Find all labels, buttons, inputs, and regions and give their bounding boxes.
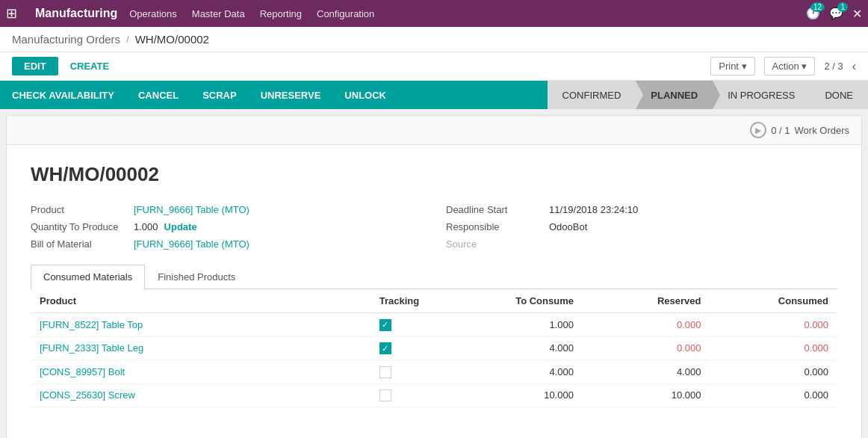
unlock-button[interactable]: UNLOCK <box>332 81 398 109</box>
row-tracking[interactable]: ✓ <box>371 336 456 360</box>
action-right: Print ▾ Action ▾ 2 / 3 ‹ <box>710 57 856 75</box>
bom-value[interactable]: [FURN_9666] Table (MTO) <box>134 238 249 250</box>
product-label: Product <box>31 204 128 215</box>
col-reserved: Reserved <box>583 289 710 313</box>
row-reserved: 0.000 <box>583 313 710 337</box>
row-to-consume: 4.000 <box>455 336 583 360</box>
calendar-notifications[interactable]: 🕐 12 <box>806 7 820 20</box>
print-button[interactable]: Print ▾ <box>710 57 754 75</box>
table-row: [FURN_8522] Table Top✓1.0000.0000.000 <box>31 313 837 337</box>
row-product[interactable]: [FURN_2333] Table Leg <box>31 336 371 360</box>
action-bar: EDIT CREATE Print ▾ Action ▾ 2 / 3 ‹ <box>0 52 868 81</box>
nav-operations[interactable]: Operations <box>129 8 177 19</box>
print-label: Print <box>719 61 739 72</box>
nav-master-data[interactable]: Master Data <box>192 8 245 19</box>
row-to-consume: 10.000 <box>455 383 583 407</box>
nav-configuration[interactable]: Configuration <box>317 8 374 19</box>
deadline-field: Deadline Start 11/19/2018 23:24:10 <box>446 204 837 215</box>
breadcrumb-current: WH/MO/00002 <box>135 33 209 46</box>
play-icon: ▶ <box>750 122 766 138</box>
product-value[interactable]: [FURN_9666] Table (MTO) <box>134 204 249 215</box>
update-button[interactable]: Update <box>164 221 197 232</box>
bom-label: Bill of Material <box>31 238 128 250</box>
breadcrumb: Manufacturing Orders / WH/MO/00002 <box>0 27 868 52</box>
responsible-label: Responsible <box>446 221 543 232</box>
work-orders-label: Work Orders <box>795 125 849 136</box>
close-icon[interactable]: ✕ <box>852 7 862 21</box>
stage-done[interactable]: DONE <box>810 81 868 109</box>
chat-notifications[interactable]: 💬 1 <box>829 7 843 20</box>
breadcrumb-parent[interactable]: Manufacturing Orders <box>12 33 120 46</box>
nav-reporting[interactable]: Reporting <box>260 8 302 19</box>
source-label: Source <box>446 238 543 250</box>
row-to-consume: 4.000 <box>455 360 583 384</box>
responsible-field: Responsible OdooBot <box>446 221 837 232</box>
table-row: [FURN_2333] Table Leg✓4.0000.0000.000 <box>31 336 837 360</box>
calendar-badge: 12 <box>810 2 825 12</box>
col-consumed: Consumed <box>710 289 837 313</box>
action-button[interactable]: Action ▾ <box>764 57 816 75</box>
app-title: Manufacturing <box>35 7 117 20</box>
scrap-button[interactable]: SCRAP <box>190 81 249 109</box>
deadline-value: 11/19/2018 23:24:10 <box>549 204 638 215</box>
col-to-consume: To Consume <box>455 289 583 313</box>
row-to-consume: 1.000 <box>455 313 583 337</box>
row-reserved: 0.000 <box>583 336 710 360</box>
work-orders-count: 0 / 1 <box>771 125 790 136</box>
table-row: [CONS_89957] Bolt4.0004.0000.000 <box>31 360 837 384</box>
row-product[interactable]: [CONS_25630] Screw <box>31 383 371 407</box>
stage-in-progress[interactable]: IN PROGRESS <box>713 81 810 109</box>
form-title: WH/MO/00002 <box>31 163 837 186</box>
status-bar: CHECK AVAILABILITY CANCEL SCRAP UNRESERV… <box>0 81 868 109</box>
row-tracking[interactable] <box>371 383 456 407</box>
tab-consumed-materials[interactable]: Consumed Materials <box>31 265 145 289</box>
breadcrumb-separator: / <box>126 34 129 45</box>
edit-button[interactable]: EDIT <box>12 57 58 75</box>
responsible-value: OdooBot <box>549 221 587 232</box>
col-tracking: Tracking <box>371 289 456 313</box>
work-orders-bar: ▶ 0 / 1 Work Orders <box>7 116 861 145</box>
action-label: Action <box>772 61 799 72</box>
create-button[interactable]: CREATE <box>64 57 115 75</box>
quantity-label: Quantity To Produce <box>31 221 128 232</box>
col-product: Product <box>31 289 371 313</box>
table-row: [CONS_25630] Screw10.00010.0000.000 <box>31 383 837 407</box>
tabs: Consumed Materials Finished Products <box>31 265 837 289</box>
row-product[interactable]: [CONS_89957] Bolt <box>31 360 371 384</box>
form-content: WH/MO/00002 Product [FURN_9666] Table (M… <box>7 145 861 425</box>
row-reserved: 10.000 <box>583 383 710 407</box>
check-availability-button[interactable]: CHECK AVAILABILITY <box>0 81 126 109</box>
cancel-button[interactable]: CANCEL <box>126 81 190 109</box>
row-consumed: 0.000 <box>710 360 837 384</box>
navbar: ⊞ Manufacturing Operations Master Data R… <box>0 0 868 27</box>
stage-planned[interactable]: PLANNED <box>636 81 713 109</box>
row-consumed: 0.000 <box>710 336 837 360</box>
row-reserved: 4.000 <box>583 360 710 384</box>
product-field: Product [FURN_9666] Table (MTO) <box>31 204 422 215</box>
pager: 2 / 3 <box>824 61 843 72</box>
row-consumed: 0.000 <box>710 313 837 337</box>
stage-confirmed[interactable]: CONFIRMED <box>548 81 636 109</box>
work-orders-button[interactable]: ▶ 0 / 1 Work Orders <box>750 122 849 138</box>
quantity-value: 1.000 <box>134 221 158 232</box>
source-field: Source <box>446 238 837 250</box>
content-area: ▶ 0 / 1 Work Orders WH/MO/00002 Product … <box>6 115 862 438</box>
deadline-label: Deadline Start <box>446 204 543 215</box>
grid-icon[interactable]: ⊞ <box>6 5 17 22</box>
row-consumed: 0.000 <box>710 383 837 407</box>
row-tracking[interactable] <box>371 360 456 384</box>
chat-badge: 1 <box>837 2 848 12</box>
nav-menu: Operations Master Data Reporting Configu… <box>129 8 374 19</box>
navbar-right: 🕐 12 💬 1 ✕ <box>806 7 862 21</box>
bom-field: Bill of Material [FURN_9666] Table (MTO) <box>31 238 422 250</box>
stage-pipeline: CONFIRMED PLANNED IN PROGRESS DONE <box>548 81 868 109</box>
row-tracking[interactable]: ✓ <box>371 313 456 337</box>
materials-table: Product Tracking To Consume Reserved Con… <box>31 289 837 407</box>
row-product[interactable]: [FURN_8522] Table Top <box>31 313 371 337</box>
pager-prev[interactable]: ‹ <box>852 60 856 73</box>
quantity-field: Quantity To Produce 1.000 Update <box>31 221 422 232</box>
form-fields: Product [FURN_9666] Table (MTO) Quantity… <box>31 204 837 250</box>
tab-finished-products[interactable]: Finished Products <box>145 265 248 289</box>
unreserve-button[interactable]: UNRESERVE <box>249 81 333 109</box>
